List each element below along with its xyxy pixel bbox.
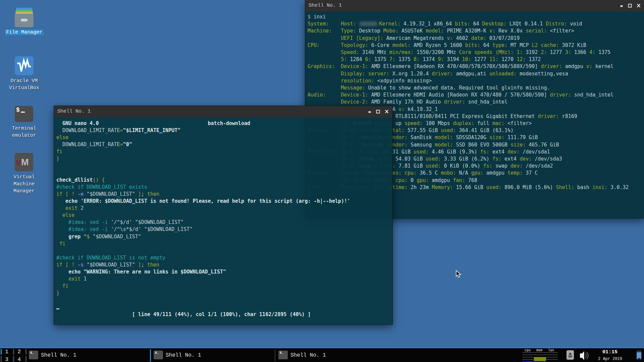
svg-text:M: M [21,157,29,167]
svg-text:v: v [16,156,21,167]
